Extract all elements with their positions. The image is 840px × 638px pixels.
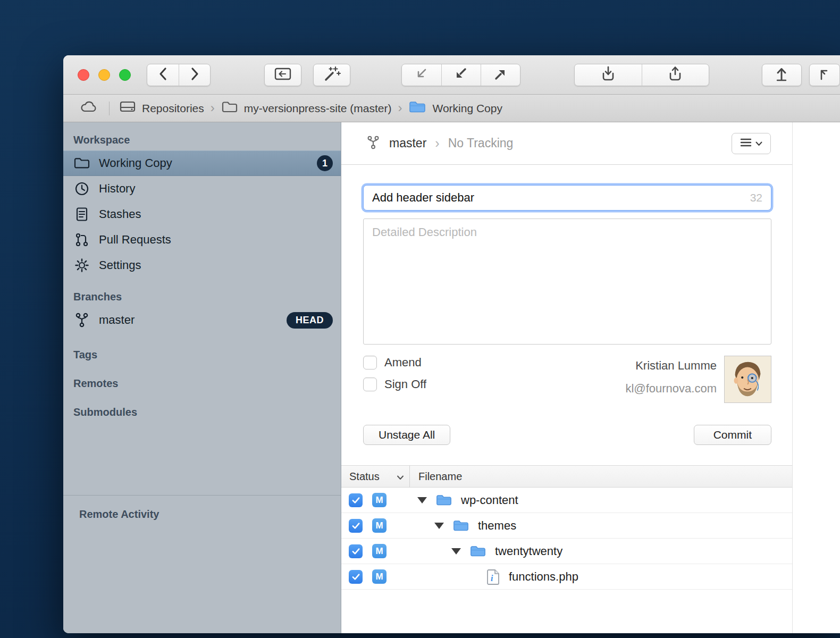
amend-option: Amend bbox=[363, 356, 426, 370]
stash-save-button[interactable] bbox=[575, 64, 642, 86]
sidebar-section-remotes[interactable]: Remotes bbox=[63, 369, 341, 398]
window-controls bbox=[78, 69, 131, 81]
toolbar-button-partial[interactable] bbox=[809, 64, 840, 86]
push-button[interactable] bbox=[481, 64, 520, 86]
branch-icon bbox=[73, 312, 90, 328]
stage-checkbox[interactable] bbox=[349, 544, 363, 558]
breadcrumb-item-repo[interactable]: my-versionpress-site (master) bbox=[221, 100, 392, 116]
breadcrumb-divider bbox=[109, 102, 110, 115]
push-arrow-icon bbox=[491, 66, 509, 84]
main-panel: master › No Tracking bbox=[341, 122, 840, 633]
clock-icon bbox=[73, 181, 90, 196]
stash-apply-button[interactable] bbox=[642, 64, 709, 86]
app-window: Repositories › my-versionpress-site (mas… bbox=[63, 55, 840, 633]
sidebar-item-stashes[interactable]: Stashes bbox=[63, 202, 341, 227]
disclosure-triangle[interactable] bbox=[417, 497, 427, 503]
sidebar-section-submodules[interactable]: Submodules bbox=[63, 398, 341, 426]
file-row-functions-php[interactable]: M i functions.php bbox=[341, 564, 792, 590]
breadcrumb-item-working-copy[interactable]: Working Copy bbox=[408, 100, 502, 116]
blue-folder-icon bbox=[469, 544, 486, 558]
minimize-window-button[interactable] bbox=[98, 69, 110, 81]
author-email: kl@fournova.com bbox=[625, 382, 717, 396]
publish-button[interactable] bbox=[762, 64, 802, 86]
sidebar-section-workspace: Workspace bbox=[63, 131, 341, 150]
unstage-all-button[interactable]: Unstage All bbox=[363, 425, 450, 445]
scroll-gutter[interactable] bbox=[792, 122, 840, 633]
stashes-icon bbox=[73, 207, 90, 222]
breadcrumb-chevron: › bbox=[211, 100, 215, 115]
disclosure-triangle[interactable] bbox=[451, 548, 461, 555]
desktop-background: Repositories › my-versionpress-site (mas… bbox=[0, 0, 840, 638]
filename-column-header[interactable]: Filename bbox=[410, 471, 462, 483]
repositories-drive-icon bbox=[119, 100, 136, 116]
breadcrumb-label: my-versionpress-site (master) bbox=[244, 102, 392, 115]
modified-status-badge: M bbox=[372, 569, 387, 584]
file-table-header: Status Filename bbox=[341, 466, 792, 488]
repository-window-icon bbox=[273, 66, 292, 84]
sidebar-item-label: Stashes bbox=[99, 207, 141, 221]
chevron-left-icon bbox=[158, 66, 169, 83]
signoff-option: Sign Off bbox=[363, 377, 426, 391]
sidebar-item-working-copy[interactable]: Working Copy 1 bbox=[63, 150, 341, 176]
commit-compose-area: 32 Amend Sign Off bbox=[341, 165, 792, 445]
blue-folder-icon bbox=[435, 493, 452, 507]
forward-button[interactable] bbox=[179, 64, 210, 86]
working-copy-folder-icon bbox=[408, 100, 426, 116]
signoff-checkbox[interactable] bbox=[363, 377, 377, 391]
view-options-dropdown[interactable] bbox=[732, 133, 771, 154]
commit-subject-input[interactable] bbox=[363, 185, 771, 211]
sidebar-item-master[interactable]: master HEAD bbox=[63, 307, 341, 333]
chevron-down-icon bbox=[755, 139, 762, 148]
author-avatar bbox=[724, 356, 771, 403]
tracking-status-label[interactable]: No Tracking bbox=[448, 136, 514, 150]
remote-activity-panel: Remote Activity bbox=[63, 495, 341, 633]
file-row-wp-content[interactable]: M wp-content bbox=[341, 488, 792, 513]
fetch-button[interactable] bbox=[402, 64, 441, 86]
status-column-header[interactable]: Status bbox=[341, 471, 409, 483]
stage-checkbox[interactable] bbox=[349, 493, 363, 507]
pull-button[interactable] bbox=[441, 64, 481, 86]
breadcrumb-item-repositories[interactable]: Repositories bbox=[119, 100, 204, 116]
stage-checkbox[interactable] bbox=[349, 519, 363, 533]
subject-char-count: 32 bbox=[750, 191, 762, 204]
sidebar-item-pull-requests[interactable]: Pull Requests bbox=[63, 227, 341, 253]
sidebar-item-history[interactable]: History bbox=[63, 176, 341, 202]
author-name: Kristian Lumme bbox=[625, 359, 717, 373]
commit-description-input[interactable] bbox=[363, 219, 771, 345]
disclosure-triangle[interactable] bbox=[434, 523, 444, 529]
file-row-twentytwenty[interactable]: M twentytwenty bbox=[341, 539, 792, 564]
head-badge: HEAD bbox=[287, 312, 333, 329]
amend-label: Amend bbox=[384, 356, 422, 370]
php-file-icon: i bbox=[486, 569, 500, 585]
sidebar-item-label: History bbox=[99, 182, 135, 196]
current-branch-label[interactable]: master bbox=[389, 136, 426, 150]
folder-icon bbox=[73, 157, 90, 170]
sidebar-section-tags[interactable]: Tags bbox=[63, 340, 341, 369]
modified-status-badge: M bbox=[372, 518, 387, 533]
cloud-icon[interactable] bbox=[79, 100, 98, 116]
actions-button[interactable] bbox=[313, 64, 350, 86]
file-row-themes[interactable]: M themes bbox=[341, 513, 792, 539]
gear-icon bbox=[73, 258, 90, 273]
author-block[interactable]: Kristian Lumme kl@fournova.com bbox=[625, 356, 771, 403]
blue-folder-icon bbox=[452, 519, 469, 532]
pull-request-icon bbox=[73, 232, 90, 247]
modified-status-badge: M bbox=[372, 493, 387, 507]
breadcrumb-chevron: › bbox=[398, 100, 402, 115]
open-repository-button[interactable] bbox=[264, 64, 301, 86]
modified-status-badge: M bbox=[372, 544, 387, 558]
sidebar: Workspace Working Copy 1 bbox=[63, 122, 341, 633]
apply-stash-icon bbox=[665, 65, 685, 85]
zoom-window-button[interactable] bbox=[119, 69, 131, 81]
commit-button[interactable]: Commit bbox=[694, 425, 771, 445]
amend-checkbox[interactable] bbox=[363, 356, 377, 370]
breadcrumb: Repositories › my-versionpress-site (mas… bbox=[63, 95, 840, 122]
close-window-button[interactable] bbox=[78, 69, 89, 81]
magic-wand-icon bbox=[322, 65, 341, 85]
sidebar-item-settings[interactable]: Settings bbox=[63, 253, 341, 278]
stash-icon bbox=[598, 65, 618, 85]
back-button[interactable] bbox=[147, 64, 179, 86]
branch-icon bbox=[366, 135, 380, 153]
sidebar-item-label: master bbox=[99, 313, 135, 327]
stage-checkbox[interactable] bbox=[349, 570, 363, 584]
